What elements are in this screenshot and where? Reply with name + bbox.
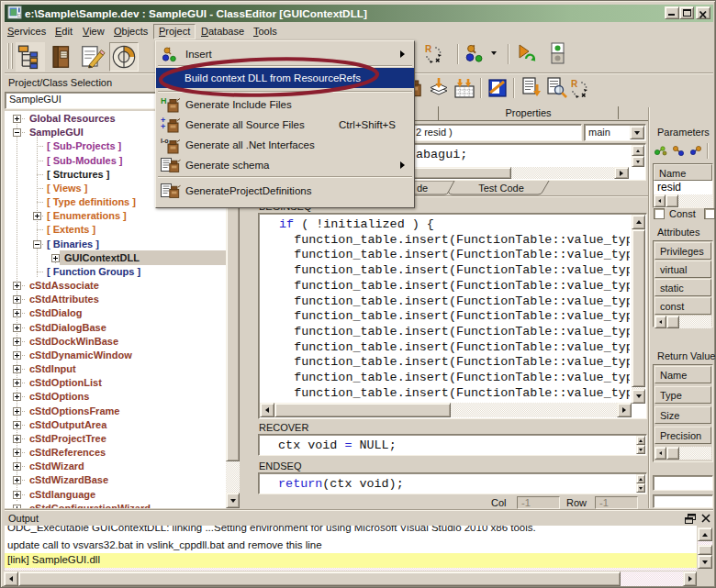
code-hscroll-track[interactable] <box>451 403 617 417</box>
param-molecule-orange-icon[interactable] <box>671 143 687 159</box>
grid-hscroll-track[interactable] <box>679 316 711 328</box>
tree-expand-icon[interactable] <box>13 295 21 304</box>
const-checkbox[interactable] <box>654 208 665 219</box>
resource-copy-icon[interactable]: R <box>424 43 448 65</box>
snippet-scroll-up[interactable] <box>632 145 644 156</box>
grid-row-const[interactable]: const <box>654 297 711 315</box>
menubar-item-objects[interactable]: Objects <box>108 24 153 39</box>
tree-item-guicontextdll[interactable]: GUIContextDLL <box>64 251 140 265</box>
grid-row-virtual[interactable]: virtual <box>654 261 711 278</box>
menubar-item-project[interactable]: Project <box>153 24 196 39</box>
maximize-button[interactable] <box>679 6 694 19</box>
scroll-left-button[interactable] <box>260 403 274 417</box>
tree-item-cstddockwinbase[interactable]: cStdDockWinBase <box>29 335 118 349</box>
edit-source-button[interactable] <box>78 42 107 72</box>
tree-item-cstdoptionlist[interactable]: cStdOptionList <box>29 376 102 390</box>
tab-test-code[interactable]: Test Code <box>455 183 547 194</box>
tree-item-cstdprojecttree[interactable]: cStdProjectTree <box>29 432 106 446</box>
param-name-header[interactable]: Name <box>654 164 712 181</box>
tree-item-cstdreferences[interactable]: cStdReferences <box>29 446 106 460</box>
close-button[interactable] <box>696 6 710 19</box>
tree-expand-icon[interactable] <box>13 421 21 429</box>
grid-hscroll-track[interactable] <box>679 447 711 460</box>
tree-item-cstdwizard[interactable]: cStdWizard <box>29 460 84 473</box>
tree-expand-icon[interactable] <box>13 407 21 416</box>
grid-row-privileges[interactable]: Privileges <box>654 242 711 260</box>
tree-expand-icon[interactable] <box>13 351 21 360</box>
traffic-light-icon[interactable] <box>548 41 568 67</box>
scroll-down-button[interactable] <box>632 389 645 404</box>
snippet-scroll-down[interactable] <box>632 156 644 167</box>
tree-scrollbar-track[interactable] <box>226 461 240 493</box>
tree-item--extents-[interactable]: [ Extents ] <box>47 223 95 237</box>
grid-import-icon[interactable] <box>453 76 476 100</box>
tree-collapse-icon[interactable] <box>33 240 41 249</box>
output-close-icon[interactable] <box>700 513 711 524</box>
code-vscrollbar[interactable] <box>632 215 645 404</box>
library-button[interactable] <box>47 42 76 72</box>
pane-divider[interactable] <box>648 107 650 508</box>
tab-properties[interactable]: Properties <box>439 107 618 118</box>
output-vscrollbar[interactable] <box>698 527 712 570</box>
menubar-item-view[interactable]: View <box>77 24 110 39</box>
scroll-right-button[interactable] <box>617 403 632 417</box>
scroll-left-button[interactable] <box>654 316 666 328</box>
tree-item--binaries-[interactable]: [ Binaries ] <box>47 238 99 251</box>
menubar-item-services[interactable]: Services <box>2 24 51 39</box>
doc-find-icon[interactable] <box>545 76 569 100</box>
code-hscroll-thumb[interactable] <box>274 403 451 417</box>
code-text-area[interactable]: if ( !initialized ) { function_table.ins… <box>261 215 630 403</box>
output-vscroll-thumb[interactable] <box>698 545 712 555</box>
param-grid-hscrollbar[interactable] <box>654 194 712 207</box>
menu-item-insert[interactable]: Insert <box>157 44 413 64</box>
tree-expand-icon[interactable] <box>33 212 41 220</box>
tree-expand-icon[interactable] <box>13 282 21 290</box>
endseq-field[interactable]: return(ctx void); <box>258 472 647 494</box>
menu-item-build-context-dll-from-resourcerefs[interactable]: Build context DLL from ResourceRefs <box>156 68 414 88</box>
tree-expand-icon[interactable] <box>13 491 21 499</box>
tree-item-cstdoptions[interactable]: cStdOptions <box>29 390 89 404</box>
scope-combo[interactable]: main <box>584 124 646 141</box>
tree-item--sub-projects-[interactable]: [ Sub-Projects ] <box>47 139 121 153</box>
scroll-up-button[interactable] <box>698 527 712 541</box>
grid-hscroll-thumb[interactable] <box>666 316 679 328</box>
menubar-item-edit[interactable]: Edit <box>50 24 78 39</box>
menu-item-generate-schema[interactable]: Generate schema <box>157 155 413 175</box>
param-grid-hscroll-track[interactable] <box>678 194 712 207</box>
tree-collapse-icon[interactable] <box>13 128 21 137</box>
tree-item-global-resources[interactable]: Global Resources <box>29 112 116 126</box>
grid-row-size[interactable]: Size <box>654 406 711 424</box>
save-check-icon[interactable] <box>487 77 509 99</box>
menu-item-generate-include-files[interactable]: Generate Include FilesH <box>157 94 413 115</box>
tree-expand-icon[interactable] <box>13 324 21 332</box>
menubar-item-database[interactable]: Database <box>196 24 250 39</box>
tree-expand-icon[interactable] <box>13 462 21 471</box>
donut-view-button[interactable] <box>109 42 139 72</box>
tree-item-cstdinput[interactable]: cStdInput <box>29 362 76 376</box>
scroll-up-button[interactable] <box>632 215 645 229</box>
tree-expand-icon[interactable] <box>13 379 21 387</box>
tree-expand-icon[interactable] <box>13 505 21 508</box>
tree-item--type-definitions-[interactable]: [ Type definitions ] <box>47 195 136 209</box>
recover-spin-down[interactable] <box>636 445 645 454</box>
output-hscroll-track[interactable] <box>621 571 683 586</box>
insert-dropdown-arrow[interactable] <box>491 51 497 55</box>
scroll-down-button[interactable] <box>226 493 240 508</box>
tree-item--enumerations-[interactable]: [ Enumerations ] <box>47 209 127 223</box>
code-hscrollbar[interactable] <box>260 403 632 417</box>
run-refresh-icon[interactable] <box>516 42 540 66</box>
grid-row-precision[interactable]: Precision <box>654 427 711 444</box>
tree-expand-icon[interactable] <box>13 449 21 457</box>
recover-field[interactable]: ctx void = NULL; <box>258 434 647 456</box>
tree-item--sub-modules-[interactable]: [ Sub-Modules ] <box>47 154 123 168</box>
parameters-input-2[interactable] <box>653 494 713 508</box>
minimize-button[interactable] <box>665 6 679 19</box>
tree-item-cstdoutputarea[interactable]: cStdOutputArea <box>29 418 106 432</box>
output-hscrollbar[interactable] <box>4 571 697 586</box>
tree-item-cstdoptionsframe[interactable]: cStdOptionsFrame <box>29 405 119 418</box>
tab-code[interactable]: de <box>417 183 428 194</box>
scope-combo-dropdown[interactable] <box>630 126 644 139</box>
tree-item-cstdassociate[interactable]: cStdAssociate <box>29 279 99 293</box>
tree-expand-icon[interactable] <box>13 393 21 401</box>
parameters-input[interactable] <box>653 475 713 491</box>
